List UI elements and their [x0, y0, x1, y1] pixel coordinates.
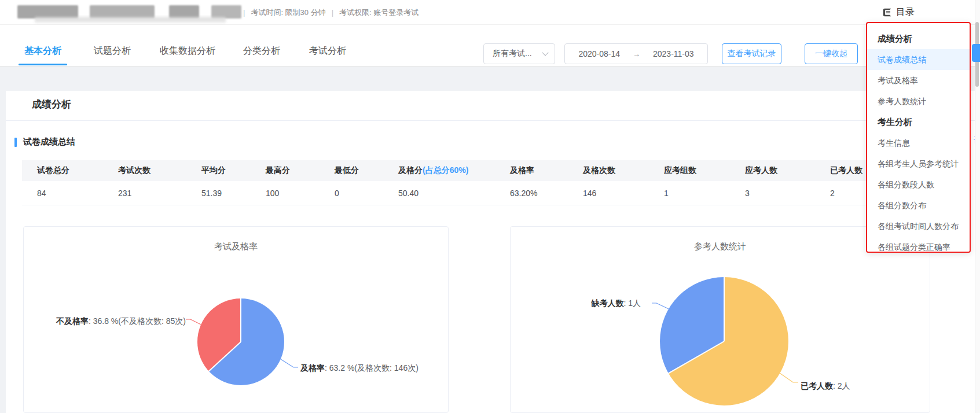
collapse-all-button[interactable]: 一键收起 — [805, 43, 858, 64]
summary-table-header: 试卷总分考试次数平均分最高分最低分及格分(占总分60%)及格率及格次数应考组数应… — [22, 160, 958, 181]
absent-count-label: 缺考人数: 1人 — [525, 298, 641, 309]
toc-item[interactable]: 试卷成绩总结 — [867, 49, 970, 70]
toc-section-header: 考生分析 — [867, 112, 970, 132]
toc-toggle-button[interactable]: 目录 — [882, 0, 915, 25]
arrow-right-icon: → — [633, 50, 640, 58]
table-header-cell: 应考组数 — [649, 160, 730, 181]
toc-toggle-label: 目录 — [896, 6, 915, 19]
table-header-cell: 试卷总分 — [22, 160, 103, 181]
chart-title: 考试及格率 — [24, 241, 448, 252]
exam-select[interactable]: 所有考试... — [483, 43, 555, 64]
active-tab-underline — [19, 64, 67, 65]
exam-select-value: 所有考试... — [493, 49, 532, 59]
table-cell: 50.40 — [383, 181, 495, 205]
toc-item[interactable]: 各组分数分布 — [867, 195, 970, 216]
table-cell: 146 — [568, 181, 649, 205]
date-end-value: 2023-11-03 — [653, 49, 694, 58]
tab-basic-analysis[interactable]: 基本分析 — [24, 43, 61, 59]
summary-table-row: 8423151.39100050.4063.20%146132 — [22, 181, 958, 205]
pass-rate-label: 及格率: 63.2 %(及格次数: 146次) — [300, 363, 419, 374]
exam-meta: | 考试时间: 限制30 分钟 | 考试权限: 账号登录考试 — [243, 0, 419, 25]
exam-analysis-page: | 考试时间: 限制30 分钟 | 考试权限: 账号登录考试 目录 基本分析 试… — [0, 0, 980, 413]
subsection-header: 试卷成绩总结 — [14, 137, 75, 148]
topbar: | 考试时间: 限制30 分钟 | 考试权限: 账号登录考试 目录 — [0, 0, 980, 25]
toc-item[interactable]: 各组试题分类正确率 — [867, 237, 970, 253]
toc-item[interactable]: 考试及格率 — [867, 70, 970, 91]
toc-list: 成绩分析试卷成绩总结考试及格率参考人数统计考生分析考生信息各组考生人员参考统计各… — [867, 28, 970, 253]
toc-section-header: 成绩分析 — [867, 28, 970, 49]
redacted-subtitle-block — [35, 17, 226, 23]
meta-separator: | — [332, 8, 333, 17]
exam-permission-label: 考试权限: 账号登录考试 — [339, 8, 419, 18]
toc-item[interactable]: 考生信息 — [867, 132, 970, 153]
toc-item[interactable]: 参考人数统计 — [867, 91, 970, 112]
toc-panel: 成绩分析试卷成绩总结考试及格率参考人数统计考生分析考生信息各组考生人员参考统计各… — [866, 22, 971, 253]
table-cell: 3 — [730, 181, 815, 205]
participation-chart-card: 参考人数统计 缺考人数: 1人 已考人数: 2人 — [510, 226, 930, 413]
tab-category-analysis[interactable]: 分类分析 — [243, 43, 280, 59]
toc-item[interactable]: 各组考试时间人数分布 — [867, 216, 970, 237]
meta-separator: | — [243, 8, 245, 17]
pie-slice-divider — [724, 277, 725, 341]
subsection-title: 试卷成绩总结 — [23, 137, 75, 148]
toc-item[interactable]: 各组分数段人数 — [867, 174, 970, 195]
fail-rate-label: 不及格率: 36.8 %(不及格次数: 85次) — [47, 316, 186, 327]
exam-time-label: 考试时间: 限制30 分钟 — [251, 8, 325, 18]
table-cell: 231 — [103, 181, 186, 205]
table-cell: 1 — [649, 181, 730, 205]
pass-rate-chart-card: 考试及格率 不及格率: 36.8 %(不及格次数: 85次) 及格率: 63.2… — [23, 226, 449, 413]
table-cell: 0 — [320, 181, 383, 205]
pie-slice-divider — [240, 298, 241, 342]
date-range-picker[interactable]: 2020-08-14 → 2023-11-03 — [564, 43, 708, 64]
accent-bar — [14, 138, 17, 147]
table-cell: 100 — [251, 181, 320, 205]
table-cell: 51.39 — [186, 181, 251, 205]
toc-item[interactable]: 各组考生人员参考统计 — [867, 153, 970, 174]
table-header-cell: 及格次数 — [568, 160, 649, 181]
table-cell: 84 — [22, 181, 103, 205]
edge-clipped-button[interactable] — [972, 44, 980, 62]
tab-exam-analysis[interactable]: 考试分析 — [309, 43, 346, 59]
table-header-cell: 及格分(占总分60%) — [383, 160, 495, 181]
tab-question-analysis[interactable]: 试题分析 — [94, 43, 131, 59]
table-cell: 63.20% — [495, 181, 568, 205]
table-header-cell: 及格率 — [495, 160, 568, 181]
section-title: 成绩分析 — [32, 98, 71, 111]
book-icon — [882, 8, 892, 17]
divider — [6, 120, 975, 121]
main-content: 成绩分析 试卷成绩总结 试卷总分考试次数平均分最高分最低分及格分(占总分60%)… — [6, 91, 975, 413]
tab-collected-data-analysis[interactable]: 收集数据分析 — [160, 43, 215, 59]
date-start-value: 2020-08-14 — [578, 49, 620, 58]
table-header-cell: 最高分 — [251, 160, 320, 181]
table-header-cell: 应考人数 — [730, 160, 815, 181]
table-header-cell: 考试次数 — [103, 160, 186, 181]
taken-count-label: 已考人数: 2人 — [801, 381, 850, 392]
chevron-down-icon — [542, 49, 548, 56]
view-exam-records-button[interactable]: 查看考试记录 — [722, 43, 781, 64]
table-header-cell: 平均分 — [186, 160, 251, 181]
table-header-cell: 最低分 — [320, 160, 383, 181]
